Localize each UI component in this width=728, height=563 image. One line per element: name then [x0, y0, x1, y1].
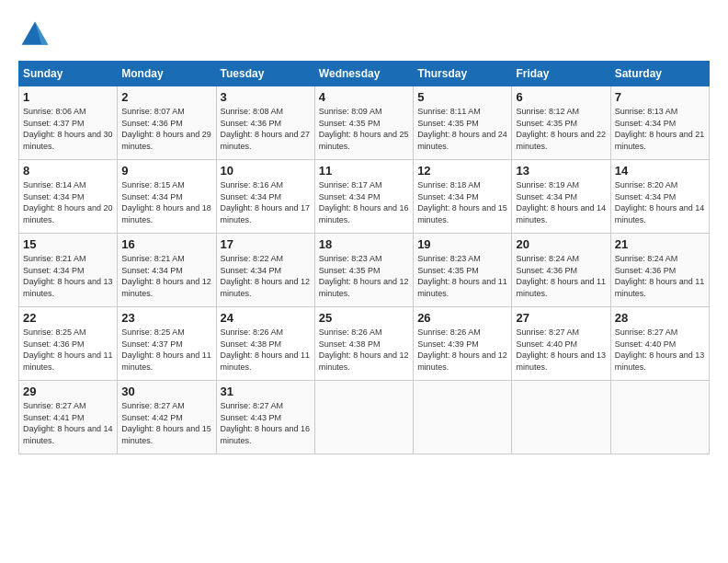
empty-cell	[414, 381, 512, 454]
day-number: 18	[319, 237, 409, 251]
day-info: Sunrise: 8:27 AMSunset: 4:40 PMDaylight:…	[615, 327, 705, 372]
day-number: 10	[221, 164, 311, 178]
day-number: 19	[417, 237, 507, 251]
day-info: Sunrise: 8:20 AMSunset: 4:34 PMDaylight:…	[615, 180, 705, 224]
column-header-tuesday: Tuesday	[216, 62, 314, 86]
day-info: Sunrise: 8:11 AMSunset: 4:35 PMDaylight:…	[417, 107, 507, 151]
day-cell-20: 20 Sunrise: 8:24 AMSunset: 4:36 PMDaylig…	[512, 234, 610, 307]
day-cell-31: 31 Sunrise: 8:27 AMSunset: 4:43 PMDaylig…	[216, 381, 314, 454]
column-header-sunday: Sunday	[19, 62, 118, 86]
day-number: 13	[516, 164, 606, 178]
day-number: 28	[615, 311, 705, 325]
day-cell-8: 8 Sunrise: 8:14 AMSunset: 4:34 PMDayligh…	[19, 160, 118, 234]
day-info: Sunrise: 8:26 AMSunset: 4:38 PMDaylight:…	[221, 327, 311, 372]
day-cell-1: 1 Sunrise: 8:06 AMSunset: 4:37 PMDayligh…	[19, 86, 118, 160]
day-info: Sunrise: 8:17 AMSunset: 4:34 PMDaylight:…	[319, 180, 409, 224]
day-number: 22	[23, 311, 113, 325]
day-number: 1	[23, 90, 113, 104]
day-number: 16	[121, 237, 211, 251]
day-number: 17	[221, 237, 311, 251]
day-number: 27	[516, 311, 606, 325]
day-info: Sunrise: 8:27 AMSunset: 4:41 PMDaylight:…	[23, 401, 113, 445]
day-number: 23	[121, 311, 211, 325]
day-cell-19: 19 Sunrise: 8:23 AMSunset: 4:35 PMDaylig…	[414, 234, 512, 307]
day-info: Sunrise: 8:23 AMSunset: 4:35 PMDaylight:…	[417, 254, 507, 298]
day-info: Sunrise: 8:07 AMSunset: 4:36 PMDaylight:…	[121, 107, 211, 151]
day-info: Sunrise: 8:26 AMSunset: 4:39 PMDaylight:…	[417, 327, 507, 372]
calendar-table: SundayMondayTuesdayWednesdayThursdayFrid…	[18, 61, 710, 454]
day-info: Sunrise: 8:21 AMSunset: 4:34 PMDaylight:…	[23, 254, 113, 298]
column-header-friday: Friday	[512, 62, 610, 86]
day-info: Sunrise: 8:13 AMSunset: 4:34 PMDaylight:…	[615, 107, 705, 151]
day-cell-16: 16 Sunrise: 8:21 AMSunset: 4:34 PMDaylig…	[118, 234, 216, 307]
day-cell-10: 10 Sunrise: 8:16 AMSunset: 4:34 PMDaylig…	[216, 160, 314, 234]
day-cell-7: 7 Sunrise: 8:13 AMSunset: 4:34 PMDayligh…	[610, 86, 709, 160]
day-cell-3: 3 Sunrise: 8:08 AMSunset: 4:36 PMDayligh…	[216, 86, 314, 160]
header-row: SundayMondayTuesdayWednesdayThursdayFrid…	[19, 62, 710, 86]
day-number: 26	[417, 311, 507, 325]
day-cell-27: 27 Sunrise: 8:27 AMSunset: 4:40 PMDaylig…	[512, 307, 610, 381]
day-info: Sunrise: 8:19 AMSunset: 4:34 PMDaylight:…	[516, 180, 606, 224]
day-number: 3	[221, 90, 311, 104]
day-cell-28: 28 Sunrise: 8:27 AMSunset: 4:40 PMDaylig…	[610, 307, 709, 381]
day-number: 29	[23, 385, 113, 398]
calendar-week-3: 15 Sunrise: 8:21 AMSunset: 4:34 PMDaylig…	[19, 234, 710, 307]
day-cell-29: 29 Sunrise: 8:27 AMSunset: 4:41 PMDaylig…	[19, 381, 118, 454]
day-number: 31	[221, 385, 311, 398]
day-info: Sunrise: 8:27 AMSunset: 4:40 PMDaylight:…	[516, 327, 606, 372]
day-cell-18: 18 Sunrise: 8:23 AMSunset: 4:35 PMDaylig…	[314, 234, 413, 307]
day-cell-12: 12 Sunrise: 8:18 AMSunset: 4:34 PMDaylig…	[414, 160, 512, 234]
logo-icon	[18, 18, 51, 52]
day-number: 7	[615, 90, 705, 104]
day-info: Sunrise: 8:18 AMSunset: 4:34 PMDaylight:…	[417, 180, 507, 224]
day-cell-15: 15 Sunrise: 8:21 AMSunset: 4:34 PMDaylig…	[19, 234, 118, 307]
day-cell-2: 2 Sunrise: 8:07 AMSunset: 4:36 PMDayligh…	[118, 86, 216, 160]
day-info: Sunrise: 8:25 AMSunset: 4:37 PMDaylight:…	[121, 327, 211, 372]
empty-cell	[314, 381, 413, 454]
day-cell-6: 6 Sunrise: 8:12 AMSunset: 4:35 PMDayligh…	[512, 86, 610, 160]
day-info: Sunrise: 8:09 AMSunset: 4:35 PMDaylight:…	[319, 107, 409, 151]
day-cell-5: 5 Sunrise: 8:11 AMSunset: 4:35 PMDayligh…	[414, 86, 512, 160]
column-header-saturday: Saturday	[610, 62, 709, 86]
day-number: 2	[121, 90, 211, 104]
day-number: 14	[615, 164, 705, 178]
logo	[18, 18, 55, 52]
calendar-week-4: 22 Sunrise: 8:25 AMSunset: 4:36 PMDaylig…	[19, 307, 710, 381]
day-cell-14: 14 Sunrise: 8:20 AMSunset: 4:34 PMDaylig…	[610, 160, 709, 234]
empty-cell	[610, 381, 709, 454]
day-info: Sunrise: 8:08 AMSunset: 4:36 PMDaylight:…	[221, 107, 311, 151]
day-info: Sunrise: 8:25 AMSunset: 4:36 PMDaylight:…	[23, 327, 113, 372]
day-cell-13: 13 Sunrise: 8:19 AMSunset: 4:34 PMDaylig…	[512, 160, 610, 234]
day-number: 25	[319, 311, 409, 325]
day-number: 11	[319, 164, 409, 178]
day-cell-4: 4 Sunrise: 8:09 AMSunset: 4:35 PMDayligh…	[314, 86, 413, 160]
day-info: Sunrise: 8:27 AMSunset: 4:42 PMDaylight:…	[121, 401, 211, 445]
calendar-week-5: 29 Sunrise: 8:27 AMSunset: 4:41 PMDaylig…	[19, 381, 710, 454]
day-number: 5	[417, 90, 507, 104]
day-number: 30	[121, 385, 211, 398]
day-cell-25: 25 Sunrise: 8:26 AMSunset: 4:38 PMDaylig…	[314, 307, 413, 381]
day-info: Sunrise: 8:06 AMSunset: 4:37 PMDaylight:…	[23, 107, 113, 151]
day-number: 24	[221, 311, 311, 325]
day-number: 9	[121, 164, 211, 178]
day-info: Sunrise: 8:12 AMSunset: 4:35 PMDaylight:…	[516, 107, 606, 151]
empty-cell	[512, 381, 610, 454]
day-info: Sunrise: 8:24 AMSunset: 4:36 PMDaylight:…	[615, 254, 705, 298]
day-info: Sunrise: 8:23 AMSunset: 4:35 PMDaylight:…	[319, 254, 409, 298]
day-cell-22: 22 Sunrise: 8:25 AMSunset: 4:36 PMDaylig…	[19, 307, 118, 381]
day-number: 15	[23, 237, 113, 251]
calendar-week-1: 1 Sunrise: 8:06 AMSunset: 4:37 PMDayligh…	[19, 86, 710, 160]
day-cell-11: 11 Sunrise: 8:17 AMSunset: 4:34 PMDaylig…	[314, 160, 413, 234]
day-cell-17: 17 Sunrise: 8:22 AMSunset: 4:34 PMDaylig…	[216, 234, 314, 307]
day-info: Sunrise: 8:24 AMSunset: 4:36 PMDaylight:…	[516, 254, 606, 298]
column-header-monday: Monday	[118, 62, 216, 86]
day-info: Sunrise: 8:26 AMSunset: 4:38 PMDaylight:…	[319, 327, 409, 372]
column-header-wednesday: Wednesday	[314, 62, 413, 86]
page-header	[18, 18, 710, 52]
day-info: Sunrise: 8:21 AMSunset: 4:34 PMDaylight:…	[121, 254, 211, 298]
day-info: Sunrise: 8:15 AMSunset: 4:34 PMDaylight:…	[121, 180, 211, 224]
day-cell-30: 30 Sunrise: 8:27 AMSunset: 4:42 PMDaylig…	[118, 381, 216, 454]
day-number: 6	[516, 90, 606, 104]
day-cell-26: 26 Sunrise: 8:26 AMSunset: 4:39 PMDaylig…	[414, 307, 512, 381]
column-header-thursday: Thursday	[414, 62, 512, 86]
